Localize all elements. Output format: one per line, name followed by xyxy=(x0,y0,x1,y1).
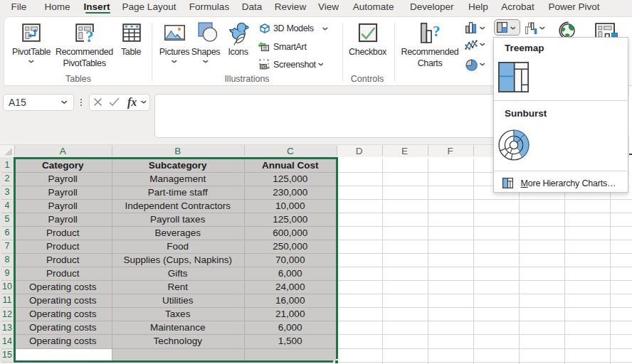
svg-text:?: ? xyxy=(85,28,94,43)
svg-text:?: ? xyxy=(433,23,441,40)
